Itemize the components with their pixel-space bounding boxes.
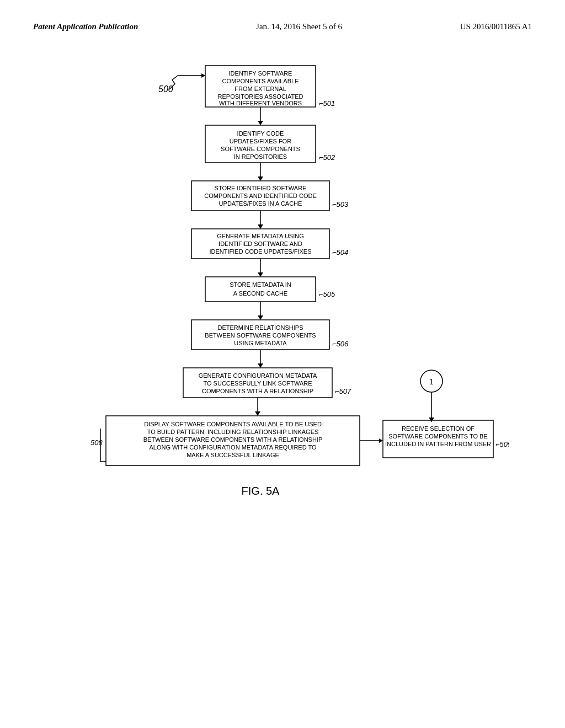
svg-text:FROM EXTERNAL: FROM EXTERNAL (234, 85, 286, 92)
svg-marker-38 (258, 363, 263, 368)
circle-connector: 1 (429, 377, 434, 386)
header-left: Patent Application Publication (33, 22, 138, 31)
svg-text:BETWEEN SOFTWARE COMPONENTS: BETWEEN SOFTWARE COMPONENTS (205, 332, 316, 339)
svg-text:USING METADATA: USING METADATA (234, 340, 287, 346)
header: Patent Application Publication Jan. 14, … (33, 22, 532, 37)
svg-text:STORE IDENTIFIED SOFTWARE: STORE IDENTIFIED SOFTWARE (215, 185, 307, 191)
svg-text:RECEIVE SELECTION OF: RECEIVE SELECTION OF (402, 425, 475, 432)
svg-marker-47 (255, 411, 260, 416)
svg-text:COMPONENTS AVAILABLE: COMPONENTS AVAILABLE (222, 78, 299, 84)
figure-label: FIG. 5A (242, 485, 280, 497)
page: Patent Application Publication Jan. 14, … (0, 0, 565, 728)
ref-504: ⌐504 (332, 248, 348, 256)
svg-text:UPDATES/FIXES FOR: UPDATES/FIXES FOR (230, 138, 291, 144)
flowchart-svg: 500 IDENTIFY SOFTWARE COMPONENTS AVAILAB… (56, 59, 509, 638)
ref-505: ⌐505 (319, 290, 335, 298)
svg-text:UPDATES/FIXES IN A CACHE: UPDATES/FIXES IN A CACHE (219, 200, 302, 207)
svg-text:IDENTIFIED CODE UPDATES/FIXES: IDENTIFIED CODE UPDATES/FIXES (210, 248, 312, 255)
svg-text:GENERATE METADATA USING: GENERATE METADATA USING (217, 233, 303, 239)
svg-text:IN REPOSITORIES: IN REPOSITORIES (234, 153, 287, 160)
header-center: Jan. 14, 2016 Sheet 5 of 6 (256, 22, 342, 31)
ref-501: ⌐501 (319, 99, 335, 108)
svg-text:BETWEEN SOFTWARE COMPONENTS WI: BETWEEN SOFTWARE COMPONENTS WITH A RELAT… (143, 436, 323, 443)
diagram-area: 500 IDENTIFY SOFTWARE COMPONENTS AVAILAB… (33, 59, 532, 638)
svg-text:STORE METADATA IN: STORE METADATA IN (230, 281, 291, 288)
svg-marker-15 (258, 176, 263, 181)
step-501-text: IDENTIFY SOFTWARE (229, 70, 292, 77)
svg-text:COMPONENTS AND IDENTIFIED CODE: COMPONENTS AND IDENTIFIED CODE (204, 192, 317, 199)
header-right: US 2016/0011865 A1 (460, 22, 532, 31)
svg-text:IDENTIFIED SOFTWARE AND: IDENTIFIED SOFTWARE AND (218, 240, 302, 247)
svg-marker-55 (379, 438, 383, 443)
ref-502: ⌐502 (319, 153, 335, 162)
svg-marker-32 (258, 315, 263, 320)
ref-509: ⌐509 (495, 440, 509, 448)
diagram-label: 500 (158, 84, 173, 94)
svg-marker-8 (258, 121, 263, 125)
svg-rect-28 (205, 277, 316, 302)
svg-text:A SECOND CACHE: A SECOND CACHE (233, 290, 287, 297)
svg-text:GENERATE CONFIGURATION METADAT: GENERATE CONFIGURATION METADATA (199, 372, 317, 379)
svg-text:DISPLAY SOFTWARE COMPONENTS AV: DISPLAY SOFTWARE COMPONENTS AVAILABLE TO… (144, 421, 322, 427)
svg-text:REPOSITORIES ASSOCIATED: REPOSITORIES ASSOCIATED (218, 93, 303, 100)
svg-marker-21 (258, 224, 263, 229)
svg-text:INCLUDED IN PATTERN FROM USER: INCLUDED IN PATTERN FROM USER (385, 441, 491, 447)
svg-marker-1 (201, 73, 205, 78)
svg-text:TO SUCCESSFULLY LINK SOFTWARE: TO SUCCESSFULLY LINK SOFTWARE (203, 380, 312, 387)
svg-text:SOFTWARE COMPONENTS TO BE: SOFTWARE COMPONENTS TO BE (388, 433, 487, 440)
publication-title: Patent Application Publication (33, 22, 138, 31)
ref-508: 508 (90, 438, 103, 447)
ref-507: ⌐507 (335, 387, 351, 395)
ref-506: ⌐506 (332, 340, 349, 348)
svg-marker-27 (258, 272, 263, 277)
svg-text:WITH DIFFERENT VENDORS: WITH DIFFERENT VENDORS (219, 100, 302, 106)
svg-text:DETERMINE RELATIONSHIPS: DETERMINE RELATIONSHIPS (217, 324, 303, 331)
svg-text:TO BUILD PATTERN, INCLUDING RE: TO BUILD PATTERN, INCLUDING RELATIONSHIP… (147, 429, 319, 435)
svg-text:SOFTWARE COMPONENTS: SOFTWARE COMPONENTS (221, 146, 300, 152)
svg-text:IDENTIFY CODE: IDENTIFY CODE (237, 130, 284, 137)
svg-text:ALONG WITH CONFIGURATION METAD: ALONG WITH CONFIGURATION METADATA REQUIR… (149, 444, 317, 451)
ref-503: ⌐503 (332, 200, 349, 208)
svg-text:COMPONENTS WITH A RELATIONSHIP: COMPONENTS WITH A RELATIONSHIP (202, 388, 313, 394)
svg-text:MAKE A SUCCESSFUL LINKAGE: MAKE A SUCCESSFUL LINKAGE (186, 452, 279, 458)
